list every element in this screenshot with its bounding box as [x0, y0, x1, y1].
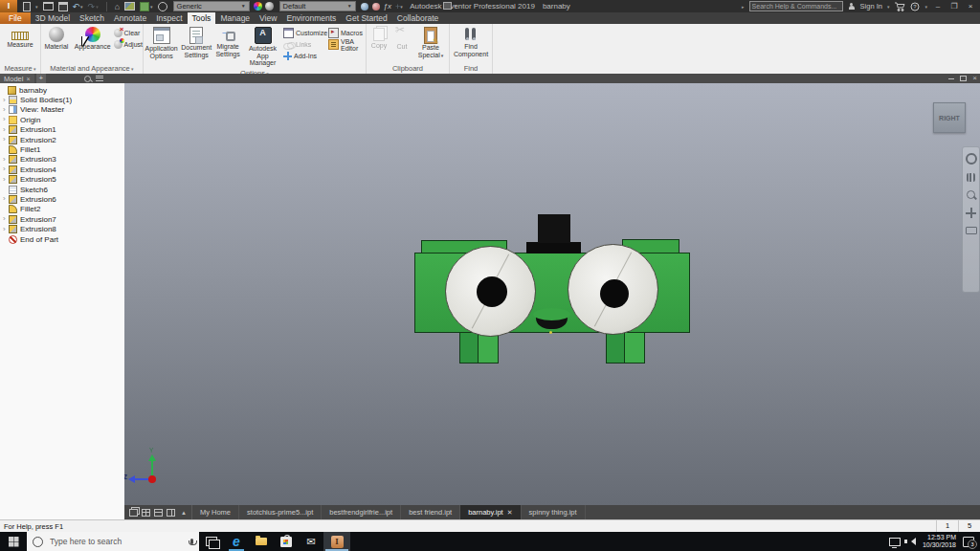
tree-item[interactable]: View: Master [0, 105, 124, 115]
ribbon-tab[interactable]: View [255, 12, 281, 24]
tree-item[interactable]: Extrusion3 [0, 155, 124, 165]
material-dropdown-icon[interactable]: ▾ [150, 4, 153, 10]
appearance-select[interactable]: Default▼ [279, 1, 356, 11]
redo-icon[interactable]: ↷ [88, 2, 96, 11]
start-button[interactable] [0, 532, 27, 551]
inventor-logo-icon[interactable]: I [0, 0, 17, 12]
pan-icon[interactable] [967, 173, 975, 182]
application-options-button[interactable]: Application Options [144, 26, 179, 60]
material-button[interactable]: Material [41, 26, 72, 52]
tree-item[interactable]: Extrusion6 [0, 194, 124, 204]
notification-icon[interactable]: 3 [963, 537, 974, 547]
user-avatar-icon[interactable] [848, 3, 856, 11]
material-cube-icon[interactable] [140, 2, 149, 11]
parameters-fx-icon[interactable]: ƒx [384, 2, 391, 11]
expand-tabs-icon[interactable]: ▲ [181, 510, 187, 516]
orbit-icon[interactable] [970, 208, 972, 218]
viewport-3d[interactable]: RIGHT Y Z [124, 83, 980, 505]
close-button[interactable]: × [965, 2, 976, 11]
ribbon-tab[interactable]: File [0, 12, 31, 24]
help-search-input[interactable] [749, 1, 843, 11]
display-icon[interactable] [889, 538, 901, 546]
find-component-button[interactable]: Find Component [450, 26, 492, 58]
new-file-icon[interactable] [23, 2, 31, 11]
zoom-icon[interactable] [967, 190, 975, 199]
model-panel-tab[interactable]: Model × [0, 74, 34, 83]
document-tab[interactable]: bestfrendgirlfrie...ipt ✕ [322, 505, 401, 519]
cascade-windows-icon[interactable] [129, 509, 138, 517]
add-icon[interactable]: + [395, 2, 400, 11]
document-tab[interactable]: stotchius-prime5...ipt ✕ [239, 505, 322, 519]
material-group-label[interactable]: Material and Appearance [41, 63, 143, 74]
help-icon[interactable]: ? [910, 2, 920, 11]
close-icon[interactable]: × [26, 76, 30, 82]
edge-button[interactable]: e [224, 532, 249, 551]
document-tab[interactable]: barnaby.ipt ✕ [460, 505, 521, 519]
speaker-icon[interactable] [907, 538, 916, 545]
copy-button[interactable]: Copy [368, 26, 390, 51]
appearance-gallery-icon[interactable] [124, 2, 135, 11]
doc-close-icon[interactable]: × [972, 75, 977, 82]
tree-item[interactable]: barnaby [0, 85, 124, 95]
tree-item[interactable]: Extrusion5 [0, 175, 124, 185]
home-icon[interactable]: ⌂ [115, 2, 120, 11]
document-tab[interactable]: best friend.ipt ✕ [401, 505, 460, 519]
open-icon[interactable] [43, 2, 54, 11]
clear-button[interactable]: Clear [114, 28, 143, 38]
ribbon-tab[interactable]: Get Started [341, 12, 391, 24]
tree-item[interactable]: Extrusion4 [0, 165, 124, 174]
macros-button[interactable]: Macros [328, 28, 366, 38]
minimize-button[interactable]: – [932, 2, 944, 11]
appearance-clear-icon[interactable] [372, 3, 380, 11]
tree-item[interactable]: Extrusion1 [0, 125, 124, 135]
tree-item[interactable]: Fillet1 [0, 144, 124, 154]
tree-item[interactable]: End of Part [0, 234, 124, 244]
tree-item[interactable]: Fillet2 [0, 205, 124, 214]
ribbon-tab[interactable]: Environments [281, 12, 341, 24]
help-dropdown-icon[interactable]: ▾ [924, 4, 927, 10]
ribbon-tab[interactable]: Manage [215, 12, 255, 24]
ribbon-display-toggle[interactable]: ▾ [443, 2, 457, 10]
adjust-button[interactable]: Adjust [114, 39, 143, 50]
sign-in-dropdown-icon[interactable]: ▾ [887, 4, 890, 10]
tree-item[interactable]: Extrusion7 [0, 214, 124, 224]
model-leg[interactable] [624, 332, 645, 364]
split-vertical-icon[interactable] [167, 509, 175, 517]
measure-group-label[interactable]: Measure [0, 63, 40, 74]
tile-windows-icon[interactable] [142, 509, 150, 517]
model-leg[interactable] [606, 332, 625, 364]
tree-item[interactable]: Extrusion2 [0, 135, 124, 144]
doc-minimize-icon[interactable] [948, 78, 954, 79]
cart-icon[interactable] [894, 2, 905, 11]
taskbar-search-input[interactable] [48, 536, 167, 547]
inventor-taskbar-button[interactable]: I [323, 532, 350, 551]
panel-menu-icon[interactable] [96, 76, 103, 81]
add-ins-button[interactable]: Add-Ins [283, 51, 327, 61]
color-wheel-icon[interactable] [254, 2, 262, 11]
look-at-icon[interactable] [966, 227, 977, 234]
tree-item[interactable]: Solid Bodies(1) [0, 95, 124, 104]
model-leg[interactable] [459, 332, 479, 364]
model-hat-brim[interactable] [526, 242, 581, 253]
microphone-icon[interactable] [190, 539, 193, 544]
save-icon[interactable] [58, 2, 68, 11]
task-view-button[interactable] [199, 532, 224, 551]
model-sketch-point[interactable] [549, 331, 552, 334]
tree-item[interactable]: Origin [0, 115, 124, 124]
navigation-wheel-icon[interactable] [966, 153, 977, 165]
ribbon-tab[interactable]: 3D Model [31, 12, 75, 24]
appearance-adjust-icon[interactable] [361, 3, 368, 11]
ribbon-tab[interactable]: Annotate [109, 12, 151, 24]
document-tab[interactable]: spinny thing.ipt ✕ [522, 505, 586, 519]
cut-button[interactable]: Cut [391, 26, 412, 52]
redo-dropdown-icon[interactable]: ▾ [96, 4, 99, 10]
expand-search-icon[interactable]: ▸ [742, 4, 745, 10]
undo-icon[interactable]: ↶ [73, 2, 80, 11]
ribbon-tab[interactable]: Tools [188, 12, 216, 24]
sign-in-button[interactable]: Sign In [860, 2, 882, 11]
doc-restore-icon[interactable] [960, 76, 967, 81]
migrate-settings-button[interactable]: Migrate Settings [213, 26, 242, 58]
document-settings-button[interactable]: Document Settings [180, 26, 212, 59]
viewcube[interactable]: RIGHT [933, 102, 966, 133]
customize-button[interactable]: Customize [283, 28, 327, 38]
